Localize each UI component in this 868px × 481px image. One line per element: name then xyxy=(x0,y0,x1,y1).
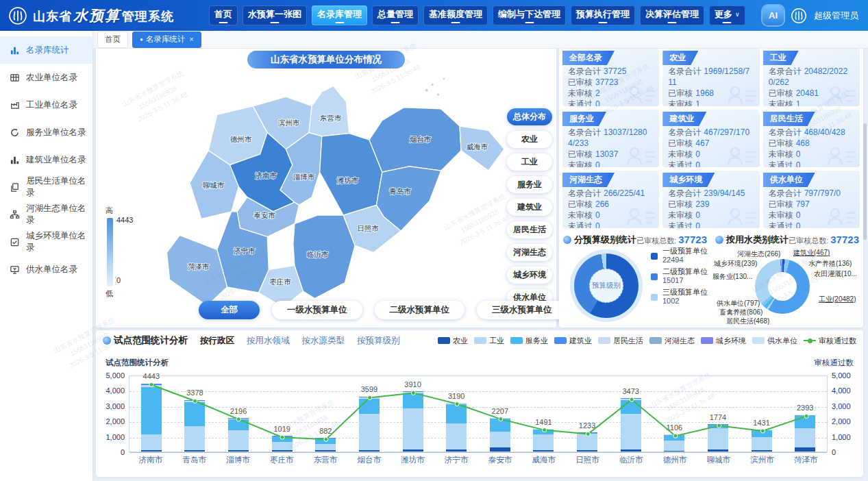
bar-column: 882 xyxy=(304,376,348,452)
map-filter-button[interactable]: 总体分布 xyxy=(507,108,552,125)
pilot-stats-title: 试点范围统计分析 xyxy=(114,334,188,347)
user-name[interactable]: 超级管理员 xyxy=(814,10,858,22)
map-filter-button[interactable]: 城乡环境 xyxy=(507,267,552,284)
bar-segment xyxy=(533,434,554,450)
stats-mode-tab[interactable]: 按用水领域 xyxy=(247,335,290,347)
nav-right: AI 超级管理员 xyxy=(762,5,868,25)
sidebar-item[interactable]: 名录库统计 xyxy=(0,36,92,64)
sidebar-item[interactable]: 城乡环境单位名录 xyxy=(0,228,92,256)
bar-column: 1491 xyxy=(522,376,566,452)
bar-segment xyxy=(359,399,380,414)
nav-more-button[interactable]: 更多∨ xyxy=(709,5,745,25)
bar-segment xyxy=(184,450,205,452)
bar-segment xyxy=(621,400,641,414)
water-type-donut xyxy=(755,259,810,314)
bar-segment xyxy=(577,434,597,450)
bar-segment xyxy=(708,449,728,452)
tab-close-icon[interactable]: × xyxy=(189,35,193,43)
bar-segment xyxy=(228,419,249,430)
level-filter-button[interactable]: 全部 xyxy=(199,301,260,319)
nav-item[interactable]: 首页 xyxy=(209,5,238,25)
copy-icon xyxy=(10,182,20,193)
bar-value-label: 1019 xyxy=(273,425,290,433)
card-approved-row: 已审核797 xyxy=(769,199,854,210)
map-city-label: 东营市 xyxy=(320,114,342,122)
sidebar-item[interactable]: 服务业单位名录 xyxy=(0,119,92,146)
section-circle-icon xyxy=(563,236,571,244)
sidebar-item[interactable]: 河湖生态单位名录 xyxy=(0,201,92,228)
nav-item[interactable]: 水预算一张图 xyxy=(243,5,307,25)
nav-item[interactable]: 基准额度管理 xyxy=(423,5,488,25)
map-island xyxy=(437,93,439,95)
sidebar-item[interactable]: 农业单位名录 xyxy=(0,64,92,91)
level-filter-button[interactable]: 三级水预算单位 xyxy=(477,301,567,319)
x-axis-label: 烟台市 xyxy=(347,455,391,465)
scale-high-label: 高 xyxy=(106,206,133,216)
nav-item[interactable]: 决算评估管理 xyxy=(640,5,704,25)
stat-card: 全部名录名录合计37725已审核37723未审核2未通过0 xyxy=(562,49,659,106)
sidebar-item[interactable]: 工业单位名录 xyxy=(0,91,92,119)
budget-level-donut-section: 分预算级别统计 已审核总数:37723 预算级别 一级预算单位22494二级预算… xyxy=(559,230,711,328)
ai-assistant-button[interactable]: AI xyxy=(762,5,784,25)
bar-value-label: 1431 xyxy=(753,419,769,427)
card-title-ribbon: 全部名录 xyxy=(562,51,615,65)
map-filter-button[interactable]: 河湖生态 xyxy=(507,244,552,261)
y-axis-tick: 2,000 xyxy=(101,417,125,426)
card-pending-row: 未审核0 xyxy=(568,160,654,167)
scale-gradient-bar xyxy=(107,218,113,286)
bar-value-label: 1233 xyxy=(579,421,595,430)
refresh-icon xyxy=(10,127,20,138)
nav-item[interactable]: 编制与下达管理 xyxy=(493,5,566,25)
bar-segment xyxy=(315,439,336,443)
right-axis-title: 审核通过数 xyxy=(815,358,854,368)
y-axis-tick: 5,000 xyxy=(832,371,859,380)
level-filter-button[interactable]: 二级水预算单位 xyxy=(375,301,465,319)
map-filter-button[interactable]: 农业 xyxy=(507,131,552,148)
map-filter-button[interactable]: 服务业 xyxy=(507,176,552,193)
nav-item[interactable]: 名录库管理 xyxy=(312,5,367,25)
card-approved-row: 已审核37723 xyxy=(568,77,654,88)
map-filter-button[interactable]: 工业 xyxy=(507,153,552,171)
stat-card: 建筑业名录合计467/297/170已审核467未审核0未通过0 xyxy=(662,110,759,167)
sidebar-item[interactable]: 居民生活单位名录 xyxy=(0,173,92,201)
bar-segment xyxy=(795,447,815,452)
tab-home[interactable]: 首页 xyxy=(97,32,128,48)
nav-item[interactable]: 预算执行管理 xyxy=(571,5,635,25)
map-filter-button[interactable]: 建筑业 xyxy=(507,199,552,216)
level-filter-button[interactable]: 一级水预算单位 xyxy=(272,301,362,319)
donut-legend-item: 二级预算单位15017 xyxy=(651,267,708,284)
map-region[interactable] xyxy=(309,86,349,136)
water-type-donut-section: 按用水类别统计 已审核总数:37723 建筑业(467)水产养殖(136)农田灌… xyxy=(711,230,863,328)
page-scrollbar[interactable] xyxy=(863,123,867,240)
bar-segment xyxy=(446,449,467,452)
tabbar: 首页 ●名录库统计× xyxy=(92,31,868,49)
system-logo-icon xyxy=(791,8,807,24)
level-button-group: 全部一级水预算单位二级水预算单位三级水预算单位 xyxy=(199,301,567,319)
bar-value-label: 4443 xyxy=(143,372,160,380)
x-axis-label: 济南市 xyxy=(129,455,173,465)
bar-value-label: 2196 xyxy=(230,407,247,415)
water-type-title: 按用水类别统计 xyxy=(726,234,789,246)
stats-mode-tab[interactable]: 按预算级别 xyxy=(357,335,400,347)
x-axis-label: 潍坊市 xyxy=(391,455,435,465)
map-city-label: 滨州市 xyxy=(278,119,300,127)
map-filter-button[interactable]: 居民生活 xyxy=(507,221,552,238)
bar-segment xyxy=(403,449,423,452)
card-pending-row: 未审核0 xyxy=(668,210,754,221)
y-axis-tick: 0 xyxy=(832,448,859,456)
x-axis-label: 东营市 xyxy=(303,455,347,465)
line-legend-item: 审核通过数 xyxy=(804,336,856,346)
nav-item[interactable]: 总量管理 xyxy=(372,5,419,25)
sidebar-item[interactable]: 建筑业单位名录 xyxy=(0,146,92,173)
card-pending-row: 未审核0 xyxy=(568,210,654,221)
legend-item: 供水单位 xyxy=(752,336,797,346)
card-rejected-row: 未通过0 xyxy=(568,99,654,106)
stats-mode-tab[interactable]: 按水源类型 xyxy=(302,335,345,347)
bar-column: 2207 xyxy=(478,376,522,452)
donut-callout-label: 供水单位(797) xyxy=(717,299,760,308)
stats-mode-tab[interactable]: 按行政区 xyxy=(200,335,234,347)
card-total-row: 名录合计37725 xyxy=(568,66,654,77)
sidebar-item[interactable]: 供水单位名录 xyxy=(0,256,92,283)
tab-directory-stats[interactable]: ●名录库统计× xyxy=(132,32,201,48)
x-axis-label: 日照市 xyxy=(566,455,610,465)
